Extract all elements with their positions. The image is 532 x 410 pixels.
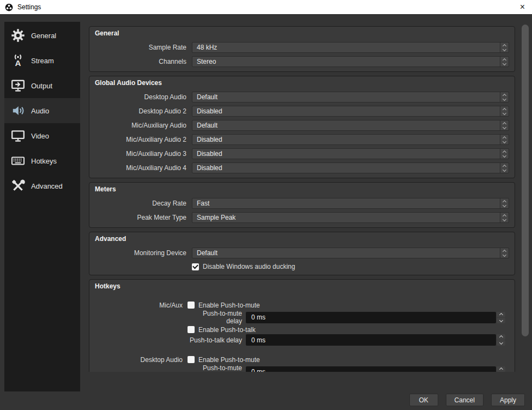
mic-aux-audio-select[interactable]: Default: [192, 120, 509, 131]
combo-arrows-icon: [500, 43, 509, 52]
scrollbar-thumb[interactable]: [522, 25, 529, 336]
monitoring-device-select[interactable]: Default: [192, 248, 509, 258]
channels-row: Channels Stereo: [95, 56, 509, 67]
checkbox-label: Enable Push-to-mute: [198, 356, 260, 364]
sidebar-item-stream[interactable]: A Stream: [4, 48, 80, 73]
push-to-mute-row: Enable Push-to-mute: [188, 356, 505, 363]
spin-buttons: [497, 334, 505, 346]
keyboard-icon: [10, 154, 25, 168]
enable-push-to-talk-checkbox[interactable]: [188, 326, 195, 333]
group-global-audio-devices: Global Audio Devices Desktop Audio Defau…: [89, 76, 515, 178]
mic-aux-audio-2-select[interactable]: Disabled: [192, 134, 509, 145]
sidebar-item-label: General: [31, 32, 56, 40]
push-to-mute-delay-input[interactable]: 0 ms: [246, 366, 496, 372]
combo-value: Disabled: [192, 135, 500, 144]
sidebar-item-label: Output: [31, 82, 52, 90]
push-to-mute-row: Enable Push-to-mute: [188, 302, 505, 309]
sidebar-item-video[interactable]: Video: [4, 123, 80, 148]
close-icon[interactable]: ×: [512, 0, 527, 14]
input-value: 0 ms: [251, 313, 265, 321]
input-value: 0 ms: [251, 336, 265, 344]
cancel-button[interactable]: Cancel: [446, 394, 483, 406]
sidebar: General A Stream: [4, 22, 80, 391]
combo-arrows-icon: [500, 57, 509, 67]
peak-meter-type-select[interactable]: Sample Peak: [192, 212, 509, 223]
sidebar-item-output[interactable]: Output: [4, 73, 80, 98]
sidebar-item-general[interactable]: General: [4, 23, 80, 48]
ok-button[interactable]: OK: [409, 394, 438, 406]
combo-arrows-icon: [500, 106, 509, 116]
combo-value: Default: [192, 92, 500, 102]
combo-value: Default: [192, 120, 500, 130]
field-label: Monitoring Device: [95, 249, 186, 257]
decay-rate-row: Decay Rate Fast: [95, 198, 509, 209]
monitoring-device-row: Monitoring Device Default: [95, 248, 509, 258]
input-value: 0 ms: [251, 368, 265, 372]
gear-icon: [10, 28, 25, 43]
combo-value: Disabled: [192, 149, 500, 159]
checkbox-label: Enable Push-to-talk: [198, 326, 256, 334]
spin-down-button[interactable]: [497, 318, 505, 323]
disable-audio-ducking-checkbox[interactable]: [192, 263, 199, 270]
mic-aux-audio-3-row: Mic/Auxiliary Audio 3 Disabled: [95, 148, 509, 159]
push-to-mute-delay-row: Push-to-mute delay 0 ms: [188, 364, 505, 372]
tools-icon: [10, 179, 25, 194]
desktop-audio-select[interactable]: Default: [192, 92, 509, 102]
vertical-scrollbar[interactable]: [521, 22, 529, 372]
mic-aux-audio-4-select[interactable]: Disabled: [192, 162, 509, 173]
combo-arrows-icon: [500, 120, 509, 130]
decay-rate-select[interactable]: Fast: [192, 198, 509, 209]
enable-push-to-mute-checkbox[interactable]: [188, 356, 195, 363]
group-general: General Sample Rate 48 kHz Channels Ster…: [89, 26, 515, 72]
push-to-talk-delay-row: Push-to-talk delay 0 ms: [188, 334, 505, 346]
spin-buttons: [497, 366, 505, 372]
titlebar: Settings ×: [0, 0, 532, 15]
spin-up-button[interactable]: [497, 366, 505, 372]
sample-rate-select[interactable]: 48 kHz: [192, 42, 509, 53]
field-label: Mic/Auxiliary Audio 3: [95, 150, 186, 158]
sample-rate-row: Sample Rate 48 kHz: [95, 42, 509, 53]
desktop-audio-hotkeys-fields: Enable Push-to-mute Push-to-mute delay 0…: [188, 356, 509, 372]
combo-arrows-icon: [500, 198, 509, 208]
push-to-mute-delay-row: Push-to-mute delay 0 ms: [188, 310, 505, 325]
sidebar-item-label: Hotkeys: [31, 157, 57, 165]
group-advanced: Advanced Monitoring Device Default Disab…: [89, 232, 515, 275]
field-label: Peak Meter Type: [95, 214, 186, 221]
field-label: Sample Rate: [95, 44, 186, 51]
field-label: Push-to-mute delay: [188, 310, 242, 325]
field-label: Decay Rate: [95, 200, 186, 207]
sidebar-item-hotkeys[interactable]: Hotkeys: [4, 148, 80, 173]
broadcast-icon: A: [10, 53, 25, 68]
settings-window: Settings × General A Stream: [0, 0, 532, 410]
svg-text:A: A: [15, 58, 21, 68]
apply-button[interactable]: Apply: [491, 394, 525, 406]
combo-arrows-icon: [500, 213, 509, 222]
group-title: General: [95, 29, 509, 37]
field-label: Mic/Auxiliary Audio 4: [95, 164, 186, 172]
desktop-audio-hotkeys-block: Desktop Audio Enable Push-to-mute Push-t…: [95, 356, 509, 372]
push-to-talk-delay-input[interactable]: 0 ms: [246, 334, 496, 346]
settings-scroll-area: General Sample Rate 48 kHz Channels Ster…: [87, 22, 518, 372]
group-hotkeys: Hotkeys Mic/Aux Enable Push-to-mute Push…: [89, 279, 515, 372]
channels-select[interactable]: Stereo: [192, 56, 509, 67]
field-label: Push-to-mute delay: [188, 364, 242, 372]
peak-meter-type-row: Peak Meter Type Sample Peak: [95, 212, 509, 223]
checkbox-label: Enable Push-to-mute: [198, 302, 260, 309]
output-monitor-icon: [10, 79, 25, 93]
sidebar-item-audio[interactable]: Audio: [4, 98, 80, 123]
spin-up-button[interactable]: [497, 334, 505, 340]
desktop-audio-2-select[interactable]: Disabled: [192, 106, 509, 117]
enable-push-to-mute-checkbox[interactable]: [188, 302, 195, 309]
sidebar-item-advanced[interactable]: Advanced: [4, 173, 80, 198]
combo-value: Disabled: [192, 106, 500, 116]
sidebar-item-label: Advanced: [31, 182, 63, 190]
spin-down-button[interactable]: [497, 340, 505, 346]
mic-aux-audio-row: Mic/Auxiliary Audio Default: [95, 120, 509, 131]
combo-value: Disabled: [192, 163, 500, 173]
checkbox-label: Disable Windows audio ducking: [203, 263, 295, 270]
obs-logo-icon: [5, 3, 13, 11]
combo-arrows-icon: [500, 149, 509, 159]
push-to-mute-delay-input[interactable]: 0 ms: [246, 312, 496, 323]
mic-aux-audio-3-select[interactable]: Disabled: [192, 148, 509, 159]
spin-up-button[interactable]: [497, 312, 505, 317]
